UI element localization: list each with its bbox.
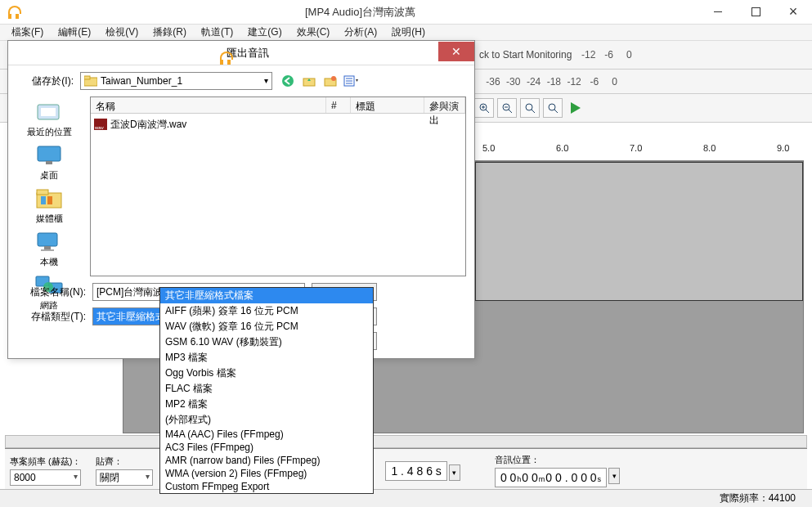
position-spinner[interactable]: ▾ bbox=[608, 468, 620, 484]
type-option[interactable]: AIFF (蘋果) 簽章 16 位元 PCM bbox=[160, 303, 373, 319]
menu-analyze[interactable]: 分析(A) bbox=[338, 24, 384, 41]
snap-label: 貼齊： bbox=[96, 455, 153, 468]
col-artist[interactable]: 參與演出 bbox=[424, 97, 465, 113]
dialog-close-button[interactable]: ✕ bbox=[438, 42, 474, 61]
zoom-in-icon[interactable] bbox=[474, 98, 494, 118]
zoom-fit-icon[interactable] bbox=[543, 98, 563, 118]
folder-icon bbox=[84, 75, 97, 87]
save-in-label: 儲存於(I): bbox=[16, 74, 74, 88]
menu-edit[interactable]: 編輯(E) bbox=[52, 24, 97, 41]
menu-record[interactable]: 播錄(R) bbox=[146, 24, 193, 41]
db-b-6: -6 bbox=[585, 76, 603, 87]
app-icon bbox=[8, 6, 21, 19]
col-name[interactable]: 名稱 bbox=[91, 97, 326, 113]
menu-file[interactable]: 檔案(F) bbox=[5, 24, 50, 41]
svg-line-1 bbox=[486, 110, 489, 113]
snap-combo[interactable]: 關閉 bbox=[96, 469, 153, 486]
type-option[interactable]: M4A (AAC) Files (FFmpeg) bbox=[160, 428, 373, 441]
type-option[interactable]: GSM 6.10 WAV (移動裝置) bbox=[160, 334, 373, 350]
place-library[interactable]: 媒體櫃 bbox=[20, 186, 78, 225]
svg-rect-30 bbox=[38, 233, 57, 246]
svg-rect-31 bbox=[44, 246, 51, 249]
folder-name: Taiwan_Number_1 bbox=[101, 75, 182, 87]
db-b-0: 0 bbox=[606, 76, 624, 87]
db-b-24: -24 bbox=[525, 76, 543, 87]
place-computer[interactable]: 本機 bbox=[20, 230, 78, 268]
type-option[interactable]: MP2 檔案 bbox=[160, 397, 373, 412]
menu-effects[interactable]: 效果(C) bbox=[290, 24, 337, 41]
db-b-12: -12 bbox=[565, 76, 583, 87]
svg-rect-25 bbox=[46, 161, 52, 164]
type-option[interactable]: 其它非壓縮格式檔案 bbox=[160, 288, 373, 303]
svg-line-5 bbox=[509, 110, 512, 113]
time-7: 7.0 bbox=[630, 143, 642, 153]
type-option[interactable]: WAV (微軟) 簽章 16 位元 PCM bbox=[160, 319, 373, 334]
svg-point-9 bbox=[549, 104, 555, 110]
monitoring-text[interactable]: ck to Start Monitoring bbox=[479, 49, 572, 61]
svg-rect-29 bbox=[47, 196, 52, 204]
type-option[interactable]: Custom FFmpeg Export bbox=[160, 480, 373, 493]
play-button[interactable] bbox=[566, 98, 585, 118]
menu-create[interactable]: 建立(G) bbox=[241, 24, 288, 41]
menu-help[interactable]: 說明(H) bbox=[385, 24, 432, 41]
filetype-label: 存檔類型(T): bbox=[16, 310, 86, 324]
filename-label: 檔案名稱(N): bbox=[16, 285, 86, 299]
track-canvas[interactable] bbox=[475, 162, 803, 301]
up-icon[interactable] bbox=[300, 72, 318, 90]
view-menu-icon[interactable] bbox=[343, 72, 361, 90]
file-row[interactable]: 歪波D南波灣.wav bbox=[94, 117, 462, 132]
zoom-sel-icon[interactable] bbox=[520, 98, 540, 118]
type-option[interactable]: FLAC 檔案 bbox=[160, 381, 373, 397]
menu-view[interactable]: 檢視(V) bbox=[99, 24, 145, 41]
minimize-button[interactable] bbox=[699, 1, 737, 24]
actual-rate: 實際頻率：44100 bbox=[720, 491, 796, 505]
zoom-out-icon[interactable] bbox=[497, 98, 517, 118]
new-folder-icon[interactable] bbox=[321, 72, 339, 90]
selection-end-time[interactable]: 1 . 4 8 6 s bbox=[385, 461, 446, 481]
db-b-36: -36 bbox=[484, 76, 502, 87]
svg-line-8 bbox=[532, 110, 535, 113]
maximize-button[interactable] bbox=[737, 1, 774, 24]
time-8: 8.0 bbox=[703, 143, 716, 153]
project-rate-combo[interactable]: 8000 bbox=[10, 469, 81, 486]
filetype-dropdown[interactable]: 其它非壓縮格式檔案 AIFF (蘋果) 簽章 16 位元 PCM WAV (微軟… bbox=[159, 287, 374, 494]
file-list[interactable]: 名稱 # 標題 參與演出 歪波D南波灣.wav bbox=[90, 96, 466, 276]
save-folder-combo[interactable]: Taiwan_Number_1 bbox=[80, 72, 272, 90]
type-option[interactable]: Ogg Vorbis 檔案 bbox=[160, 366, 373, 381]
type-option[interactable]: AMR (narrow band) Files (FFmpeg) bbox=[160, 454, 373, 467]
col-title[interactable]: 標題 bbox=[351, 97, 424, 113]
file-name: 歪波D南波灣.wav bbox=[110, 118, 186, 132]
status-bar: 實際頻率：44100 bbox=[0, 489, 812, 507]
col-num[interactable]: # bbox=[326, 97, 351, 113]
wav-file-icon bbox=[94, 119, 107, 130]
type-option[interactable]: (外部程式) bbox=[160, 412, 373, 428]
svg-marker-11 bbox=[571, 102, 581, 114]
svg-rect-28 bbox=[41, 196, 46, 204]
time-spinner[interactable]: ▾ bbox=[449, 464, 460, 481]
timeline-ruler[interactable]: 5.0 6.0 7.0 8.0 9.0 bbox=[474, 143, 804, 161]
back-icon[interactable] bbox=[279, 72, 297, 90]
rate-label: 專案頻率 (赫茲)： bbox=[10, 455, 81, 468]
position-label: 音訊位置： bbox=[495, 454, 620, 466]
places-sidebar: 最近的位置 桌面 媒體櫃 本機 網路 bbox=[16, 96, 82, 276]
place-recent[interactable]: 最近的位置 bbox=[20, 100, 78, 138]
svg-rect-24 bbox=[38, 146, 61, 161]
svg-rect-13 bbox=[84, 76, 90, 79]
snap-value: 關閉 bbox=[100, 471, 119, 485]
rate-value: 8000 bbox=[14, 472, 36, 483]
svg-point-14 bbox=[282, 75, 294, 87]
svg-point-17 bbox=[331, 76, 336, 81]
svg-line-10 bbox=[554, 110, 558, 113]
db-top-6: -6 bbox=[600, 49, 618, 61]
svg-rect-32 bbox=[41, 249, 54, 251]
type-option[interactable]: WMA (version 2) Files (FFmpeg) bbox=[160, 467, 373, 480]
menu-tracks[interactable]: 軌道(T) bbox=[195, 24, 240, 41]
type-option[interactable]: MP3 檔案 bbox=[160, 350, 373, 366]
svg-rect-23 bbox=[41, 108, 56, 116]
db-top-0: 0 bbox=[620, 49, 638, 61]
horizontal-scrollbar[interactable] bbox=[5, 435, 807, 448]
place-desktop[interactable]: 桌面 bbox=[20, 143, 78, 182]
main-close-button[interactable] bbox=[774, 1, 812, 24]
type-option[interactable]: AC3 Files (FFmpeg) bbox=[160, 441, 373, 454]
audio-position[interactable]: 0 0h 0 0m 0 0 . 0 0 0s bbox=[495, 468, 607, 487]
